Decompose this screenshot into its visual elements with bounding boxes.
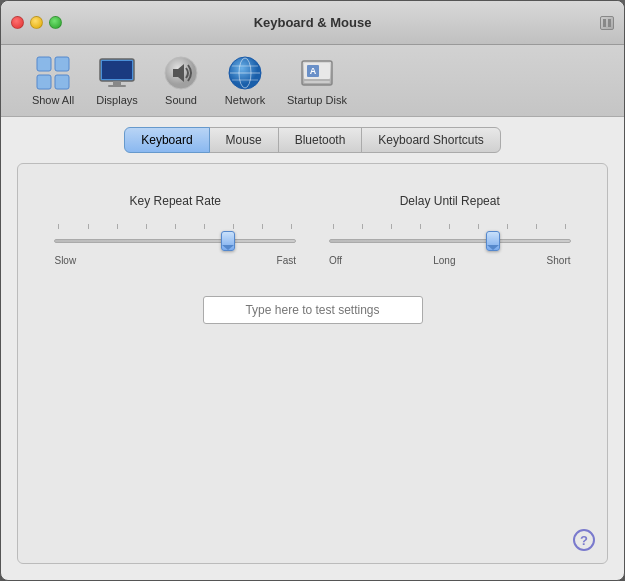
titlebar: Keyboard & Mouse xyxy=(1,1,624,45)
window-title: Keyboard & Mouse xyxy=(254,15,372,30)
svg-rect-7 xyxy=(102,61,132,79)
tick xyxy=(291,224,292,229)
tick xyxy=(536,224,537,229)
delay-repeat-thumb[interactable] xyxy=(486,231,500,251)
delay-repeat-labels: Off Long Short xyxy=(329,255,571,266)
tab-keyboard[interactable]: Keyboard xyxy=(124,127,209,153)
test-input[interactable] xyxy=(203,296,423,324)
svg-rect-21 xyxy=(304,81,330,83)
svg-rect-9 xyxy=(108,85,126,87)
delay-repeat-slider-container: Off Long Short xyxy=(329,224,571,266)
show-all-icon xyxy=(35,55,71,91)
tick xyxy=(333,224,334,229)
main-window: Keyboard & Mouse Show All xyxy=(0,0,625,581)
displays-label: Displays xyxy=(96,94,138,106)
svg-rect-0 xyxy=(603,19,606,27)
toolbar-startup-disk[interactable]: A Startup Disk xyxy=(277,49,357,112)
key-repeat-fast-label: Fast xyxy=(277,255,296,266)
tick xyxy=(204,224,205,229)
tick xyxy=(420,224,421,229)
help-button[interactable]: ? xyxy=(573,529,595,551)
svg-rect-3 xyxy=(55,57,69,71)
tick xyxy=(233,224,234,229)
toolbar: Show All Displays xyxy=(1,45,624,117)
tick xyxy=(175,224,176,229)
key-repeat-slow-label: Slow xyxy=(54,255,76,266)
startup-disk-label: Startup Disk xyxy=(287,94,347,106)
keyboard-panel: Key Repeat Rate xyxy=(17,163,608,564)
tick xyxy=(262,224,263,229)
startup-disk-icon: A xyxy=(299,55,335,91)
traffic-lights xyxy=(11,16,62,29)
tab-mouse[interactable]: Mouse xyxy=(209,127,279,153)
resize-button[interactable] xyxy=(600,16,614,30)
delay-repeat-track xyxy=(329,239,571,243)
minimize-button[interactable] xyxy=(30,16,43,29)
key-repeat-thumb[interactable] xyxy=(221,231,235,251)
tick xyxy=(117,224,118,229)
key-repeat-slider-container: Slow Fast xyxy=(54,224,296,266)
delay-long-label: Long xyxy=(433,255,455,266)
sound-icon xyxy=(163,55,199,91)
delay-repeat-ticks xyxy=(329,224,571,229)
tab-bluetooth[interactable]: Bluetooth xyxy=(278,127,363,153)
toolbar-displays[interactable]: Displays xyxy=(85,49,149,112)
key-repeat-ticks xyxy=(54,224,296,229)
svg-rect-8 xyxy=(113,81,121,85)
sound-label: Sound xyxy=(165,94,197,106)
svg-rect-2 xyxy=(37,57,51,71)
key-repeat-track xyxy=(54,239,296,243)
key-repeat-track-wrapper[interactable] xyxy=(54,231,296,251)
tick xyxy=(391,224,392,229)
tick xyxy=(88,224,89,229)
tick xyxy=(146,224,147,229)
tick xyxy=(565,224,566,229)
key-repeat-group: Key Repeat Rate xyxy=(54,194,296,266)
delay-repeat-group: Delay Until Repeat xyxy=(329,194,571,266)
toolbar-network[interactable]: Network xyxy=(213,49,277,112)
close-button[interactable] xyxy=(11,16,24,29)
svg-rect-4 xyxy=(37,75,51,89)
svg-rect-5 xyxy=(55,75,69,89)
tick xyxy=(478,224,479,229)
maximize-button[interactable] xyxy=(49,16,62,29)
delay-repeat-track-wrapper[interactable] xyxy=(329,231,571,251)
svg-text:A: A xyxy=(310,66,317,76)
tab-bar: Keyboard Mouse Bluetooth Keyboard Shortc… xyxy=(17,127,608,153)
tick xyxy=(58,224,59,229)
show-all-label: Show All xyxy=(32,94,74,106)
tab-keyboard-shortcuts[interactable]: Keyboard Shortcuts xyxy=(361,127,500,153)
displays-icon xyxy=(99,55,135,91)
tick xyxy=(449,224,450,229)
tick xyxy=(362,224,363,229)
delay-short-label: Short xyxy=(547,255,571,266)
sliders-section: Key Repeat Rate xyxy=(38,194,587,266)
key-repeat-title: Key Repeat Rate xyxy=(130,194,221,208)
toolbar-sound[interactable]: Sound xyxy=(149,49,213,112)
delay-off-label: Off xyxy=(329,255,342,266)
toolbar-show-all[interactable]: Show All xyxy=(21,49,85,112)
network-label: Network xyxy=(225,94,265,106)
content-area: Keyboard Mouse Bluetooth Keyboard Shortc… xyxy=(1,117,624,580)
tick xyxy=(507,224,508,229)
delay-repeat-title: Delay Until Repeat xyxy=(400,194,500,208)
svg-rect-1 xyxy=(608,19,611,27)
key-repeat-labels: Slow Fast xyxy=(54,255,296,266)
network-icon xyxy=(227,55,263,91)
